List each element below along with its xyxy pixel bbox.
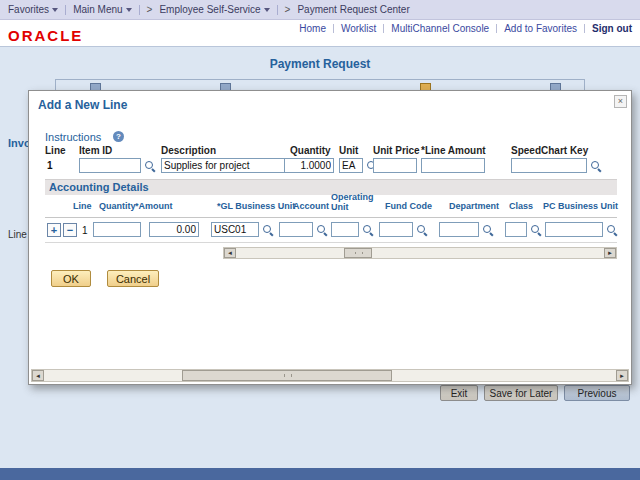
row-amount-field[interactable] (149, 222, 199, 237)
quantity-label: Quantity (290, 145, 331, 156)
gl-business-unit-lookup-icon[interactable] (262, 224, 274, 236)
breadcrumb-favorites-label: Favorites (8, 4, 49, 15)
unit-price-label: Unit Price (373, 145, 420, 156)
quantity-field[interactable] (284, 158, 334, 173)
item-id-lookup-icon[interactable] (144, 160, 156, 172)
speedchart-key-label: SpeedChart Key (511, 145, 588, 156)
sign-out-link[interactable]: Sign out (592, 23, 632, 34)
row-operating-unit-field[interactable] (331, 222, 359, 237)
help-icon[interactable]: ? (113, 131, 124, 142)
breadcrumb-separator (277, 5, 278, 15)
multichannel-console-link[interactable]: MultiChannel Console (391, 23, 489, 34)
breadcrumb-gt: > (285, 4, 291, 15)
add-to-favorites-link[interactable]: Add to Favorites (504, 23, 577, 34)
breadcrumb-ess-label: Employee Self-Service (159, 4, 260, 15)
row-department-field[interactable] (439, 222, 479, 237)
grid-horizontal-scrollbar[interactable] (223, 247, 617, 259)
link-separator (496, 24, 497, 33)
dialog-scrollbar-thumb[interactable] (182, 370, 392, 381)
row-class-field[interactable] (505, 222, 527, 237)
save-for-later-button[interactable]: Save for Later (484, 385, 558, 401)
oracle-logo: ORACLE (8, 27, 83, 44)
line-amount-label: *Line Amount (421, 145, 486, 156)
department-lookup-icon[interactable] (482, 224, 494, 236)
description-label: Description (161, 145, 216, 156)
home-link[interactable]: Home (299, 23, 326, 34)
description-field[interactable] (161, 158, 303, 173)
dialog-title: Add a New Line (38, 98, 127, 112)
class-lookup-icon[interactable] (530, 224, 542, 236)
column-header-gl-business-unit: *GL Business Unit (217, 201, 295, 211)
speedchart-key-field[interactable] (511, 158, 587, 173)
link-separator (383, 24, 384, 33)
add-new-line-dialog: Add a New Line × Instructions ? Line Ite… (28, 90, 632, 385)
breadcrumb: Favorites Main Menu > Employee Self-Serv… (0, 0, 640, 20)
breadcrumb-prc-label: Payment Request Center (297, 4, 409, 15)
worklist-link[interactable]: Worklist (341, 23, 376, 34)
scroll-left-icon[interactable] (224, 248, 236, 258)
chevron-down-icon (126, 8, 132, 12)
column-header-line: Line (73, 201, 92, 211)
header-links: Home Worklist MultiChannel Console Add t… (299, 23, 632, 34)
grid-scrollbar-thumb[interactable] (344, 248, 372, 258)
column-header-department: Department (449, 201, 499, 211)
grid-row-rule (45, 242, 617, 243)
operating-unit-lookup-icon[interactable] (362, 224, 374, 236)
breadcrumb-main-menu[interactable]: Main Menu (73, 4, 131, 15)
row-account-field[interactable] (279, 222, 313, 237)
item-id-label: Item ID (79, 145, 112, 156)
speedchart-lookup-icon[interactable] (590, 160, 602, 172)
footer-bar (0, 468, 640, 480)
item-id-field[interactable] (79, 158, 141, 173)
page-title: Payment Request (0, 57, 640, 71)
scroll-right-icon[interactable] (616, 370, 628, 381)
add-row-button[interactable]: + (47, 223, 61, 237)
line-number-value: 1 (47, 160, 53, 171)
breadcrumb-employee-self-service[interactable]: Employee Self-Service (159, 4, 269, 15)
column-header-amount: *Amount (135, 201, 173, 211)
ok-button[interactable]: OK (51, 270, 91, 287)
column-header-operating-unit: Operating Unit (331, 192, 379, 212)
instructions-link[interactable]: Instructions (45, 131, 101, 143)
link-separator (333, 24, 334, 33)
column-header-pc-business-unit: PC Business Unit (543, 201, 618, 211)
dialog-horizontal-scrollbar[interactable] (31, 369, 629, 382)
row-quantity-field[interactable] (93, 222, 141, 237)
line-amount-field[interactable] (421, 158, 485, 173)
row-pc-business-unit-field[interactable] (545, 222, 603, 237)
column-header-class: Class (509, 201, 533, 211)
row-gl-business-unit-field[interactable] (211, 222, 259, 237)
chevron-down-icon (52, 8, 58, 12)
exit-button[interactable]: Exit (440, 385, 478, 401)
row-line-number: 1 (82, 225, 88, 236)
background-line-heading: Line (8, 229, 27, 240)
grid-header-rule (45, 217, 617, 218)
breadcrumb-favorites[interactable]: Favorites (8, 4, 58, 15)
unit-price-field[interactable] (373, 158, 417, 173)
column-header-quantity: Quantity (99, 201, 136, 211)
application-window: Favorites Main Menu > Employee Self-Serv… (0, 0, 640, 480)
row-fund-code-field[interactable] (379, 222, 413, 237)
account-lookup-icon[interactable] (316, 224, 328, 236)
line-label: Line (45, 145, 66, 156)
breadcrumb-main-menu-label: Main Menu (73, 4, 122, 15)
breadcrumb-gt: > (147, 4, 153, 15)
breadcrumb-separator (65, 5, 66, 15)
brand-bar: ORACLE Home Worklist MultiChannel Consol… (0, 20, 640, 46)
close-icon[interactable]: × (614, 95, 627, 108)
cancel-button[interactable]: Cancel (107, 270, 159, 287)
column-header-fund-code: Fund Code (385, 201, 432, 211)
breadcrumb-separator (139, 5, 140, 15)
breadcrumb-payment-request-center[interactable]: Payment Request Center (297, 4, 409, 15)
link-separator (584, 24, 585, 33)
delete-row-button[interactable]: − (63, 223, 77, 237)
scroll-left-icon[interactable] (32, 370, 44, 381)
scroll-right-icon[interactable] (604, 248, 616, 258)
fund-code-lookup-icon[interactable] (416, 224, 428, 236)
unit-field[interactable] (339, 158, 363, 173)
chevron-down-icon (264, 8, 270, 12)
column-header-account: Account (293, 201, 329, 211)
unit-label: Unit (339, 145, 358, 156)
previous-button[interactable]: Previous (564, 385, 630, 401)
pc-business-unit-lookup-icon[interactable] (606, 224, 618, 236)
